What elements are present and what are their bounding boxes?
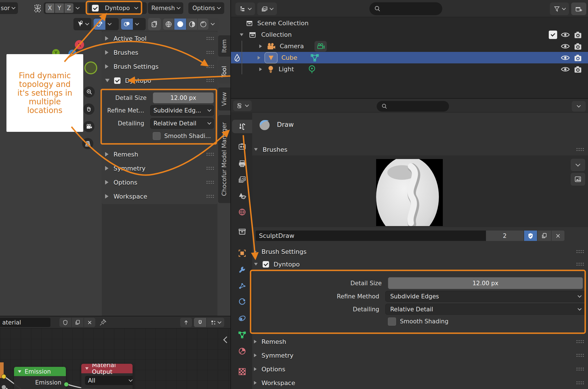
node-socket-gray[interactable] — [1, 385, 6, 389]
npanel-remesh-header[interactable]: Remesh — [105, 148, 214, 161]
panel-grip-icon[interactable] — [206, 36, 214, 40]
toggle-xray-button[interactable] — [148, 18, 161, 30]
perspective-toggle-button[interactable] — [82, 138, 93, 149]
node-target-dropdown[interactable]: All — [85, 376, 133, 385]
outliner-row-cube[interactable]: Cube — [231, 52, 588, 63]
pivot-point-button[interactable]: sor — [0, 2, 18, 14]
tab-physics[interactable] — [232, 295, 252, 309]
npanel-brushes-header[interactable]: Brushes — [105, 46, 214, 59]
viewport-shader-border[interactable] — [0, 316, 231, 316]
panel-grip-icon[interactable] — [206, 194, 214, 198]
tab-render[interactable] — [232, 140, 252, 153]
show-gizmo-group[interactable] — [73, 18, 91, 30]
chevron-down-icon[interactable] — [76, 5, 80, 9]
panel-grip-icon[interactable] — [206, 79, 214, 82]
collapse-arrow-icon[interactable] — [85, 367, 89, 370]
props-dyntopo-checkbox[interactable] — [263, 261, 269, 268]
symmetry-butterfly-icon[interactable] — [33, 4, 43, 13]
props-detailing-dropdown[interactable]: Relative Detail — [385, 304, 586, 315]
options-header-button[interactable]: Options — [188, 2, 224, 14]
show-overlays-group[interactable] — [94, 18, 119, 30]
panel-grip-icon[interactable] — [576, 381, 584, 385]
outliner-search-input[interactable] — [369, 2, 442, 15]
node-emission[interactable]: Emission Emission — [14, 367, 66, 389]
outliner-filter-type-button[interactable] — [257, 3, 277, 15]
expand-arrow-icon[interactable] — [258, 56, 260, 59]
npanel-refine-dropdown[interactable]: Subdivide Edg... — [150, 105, 214, 116]
brush-icon-button[interactable] — [571, 173, 585, 186]
hide-eye-icon[interactable] — [561, 54, 570, 61]
node-material-output[interactable]: Material Output All — [81, 364, 133, 389]
npanel-detail-size-slider[interactable]: 12.00 px — [153, 92, 214, 103]
node-socket-emission-out[interactable] — [64, 382, 69, 387]
outliner-display-mode-button[interactable] — [235, 3, 255, 15]
camera-data-badge[interactable] — [314, 41, 327, 52]
symmetry-z-button[interactable]: Z — [64, 3, 73, 13]
show-overlays-toggle[interactable] — [94, 19, 105, 30]
npanel-symmetry-header[interactable]: Symmetry — [105, 162, 214, 175]
props-smooth-checkbox[interactable] — [388, 317, 396, 326]
npanel-detailing-dropdown[interactable]: Relative Detail — [150, 118, 214, 129]
npanel-tab-chocofur[interactable]: Chocofur Model Manager — [218, 115, 230, 203]
light-data-icon[interactable] — [307, 65, 316, 74]
panel-grip-icon[interactable] — [576, 250, 584, 254]
panel-grip-icon[interactable] — [206, 50, 214, 54]
props-detail-size-slider[interactable]: 12.00 px — [388, 277, 583, 289]
tab-constraints[interactable] — [232, 312, 252, 325]
disable-render-camera-icon[interactable] — [573, 42, 582, 50]
outliner-row-light[interactable]: Light — [231, 63, 588, 75]
brush-preview-dropdown[interactable] — [571, 159, 585, 171]
npanel-dyntopo-checkbox[interactable] — [114, 77, 121, 84]
dyntopo-header-button[interactable]: Dyntopo — [89, 2, 147, 14]
panel-grip-icon[interactable] — [576, 340, 584, 344]
npanel-tab-view[interactable]: View — [218, 88, 230, 111]
outliner-filter-button[interactable] — [550, 3, 569, 15]
dyntopo-header-checkbox[interactable] — [92, 5, 99, 11]
xray-group[interactable] — [121, 18, 146, 30]
brush-users-count[interactable]: 2 — [486, 231, 524, 241]
node-emission-header[interactable]: Emission — [14, 367, 66, 376]
tab-scene[interactable] — [232, 189, 252, 202]
new-collection-button[interactable] — [571, 3, 586, 15]
tab-material[interactable] — [232, 344, 252, 358]
node-socket-yellow[interactable] — [1, 374, 6, 379]
pan-button[interactable] — [83, 103, 94, 115]
props-brushes-header[interactable]: Brushes — [254, 144, 584, 155]
xray-toggle[interactable] — [121, 19, 133, 30]
panel-grip-icon[interactable] — [206, 65, 214, 68]
tab-tool-active[interactable] — [232, 120, 252, 133]
tab-object[interactable] — [232, 247, 252, 260]
mesh-data-icon[interactable] — [310, 53, 320, 62]
tab-object-data[interactable] — [232, 328, 252, 342]
tab-output[interactable] — [232, 157, 252, 170]
collection-exclude-checkbox[interactable] — [549, 31, 557, 39]
tab-particles[interactable] — [232, 279, 252, 293]
panel-grip-icon[interactable] — [206, 180, 214, 184]
hide-eye-icon[interactable] — [561, 66, 570, 73]
properties-search-input[interactable] — [377, 101, 449, 112]
props-dyntopo-header[interactable]: Dyntopo — [254, 258, 584, 270]
collapse-arrow-icon[interactable] — [18, 370, 21, 373]
disable-render-camera-icon[interactable] — [573, 54, 582, 62]
panel-grip-icon[interactable] — [576, 353, 584, 357]
tab-texture[interactable] — [232, 365, 252, 378]
node-material-output-header[interactable]: Material Output — [81, 364, 133, 373]
panel-grip-icon[interactable] — [576, 367, 584, 371]
gizmo-axis-x[interactable]: X — [75, 40, 84, 49]
shading-material-button[interactable] — [187, 19, 197, 30]
panel-grip-icon[interactable] — [576, 148, 584, 151]
props-symmetry-header[interactable]: Symmetry — [254, 349, 584, 361]
tab-modifiers[interactable] — [232, 263, 252, 276]
active-tool-row[interactable]: Draw — [258, 117, 426, 132]
shading-rendered-button[interactable] — [198, 19, 209, 30]
hide-eye-icon[interactable] — [561, 31, 570, 38]
zoom-button[interactable] — [84, 86, 95, 98]
expand-arrow-icon[interactable] — [259, 67, 262, 71]
properties-options-button[interactable] — [572, 101, 586, 112]
npanel-active-tool-header[interactable]: Active Tool — [105, 32, 214, 45]
props-options-header[interactable]: Options — [254, 363, 584, 375]
vertical-split-border[interactable] — [230, 0, 231, 389]
duplicate-brush-button[interactable] — [538, 231, 551, 241]
chevron-down-icon[interactable] — [211, 21, 215, 25]
editor-type-button[interactable] — [233, 100, 252, 111]
